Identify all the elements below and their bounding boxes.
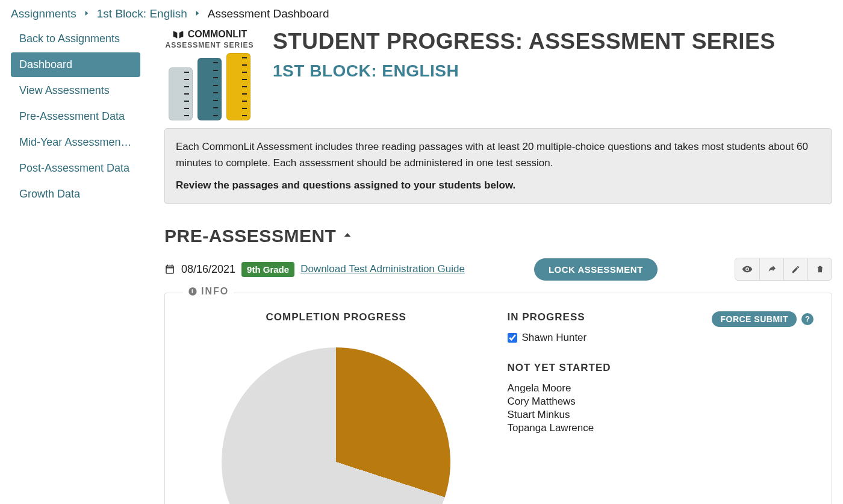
delete-button[interactable] [807,258,832,280]
svg-text:i: i [191,288,194,294]
info-callout: Each CommonLit Assessment includes three… [164,128,832,204]
completion-pie-chart [222,347,450,504]
sidebar-item-dashboard[interactable]: Dashboard [11,52,140,77]
preview-button[interactable] [735,258,759,280]
breadcrumb-link-class[interactable]: 1st Block: English [97,7,187,20]
sidebar-item-post-data[interactable]: Post-Assessment Data [11,156,140,181]
section-pre-assessment-header[interactable]: PRE-ASSESSMENT [164,226,832,246]
panel-legend-text: INFO [201,286,229,297]
pencil-icon [791,265,800,274]
chevron-right-icon [193,7,202,20]
page-title: STUDENT PROGRESS: ASSESSMENT SERIES [273,29,775,54]
list-item: Topanga Lawrence [508,422,814,434]
list-item: Stuart Minkus [508,409,814,421]
share-button[interactable] [759,258,783,280]
list-item: Cory Matthews [508,396,814,408]
download-guide-link[interactable]: Download Test Administration Guide [300,263,465,275]
chevron-right-icon [82,7,91,20]
logo-sub-text: ASSESSMENT SERIES [165,41,254,49]
breadcrumb: Assignments 1st Block: English Assessmen… [0,0,843,26]
sidebar-item-view-assessments[interactable]: View Assessments [11,78,140,103]
assessment-series-logo: COMMONLIT ASSESSMENT SERIES [164,29,255,116]
book-icon [172,30,184,39]
logo-brand-text: COMMONLIT [188,29,247,40]
grade-badge: 9th Grade [241,262,294,277]
student-name: Shawn Hunter [522,332,587,344]
sidebar-item-mid-data[interactable]: Mid-Year Assessment … [11,130,140,155]
share-icon [767,264,777,274]
edit-button[interactable] [783,258,807,280]
info-text-1: Each CommonLit Assessment includes three… [176,138,821,171]
completion-progress-column: COMPLETION PROGRESS [183,311,490,504]
trash-icon [816,264,824,274]
students-status-column: FORCE SUBMIT ? IN PROGRESS Shawn Hunter … [508,311,814,504]
sidebar-nav: Back to Assignments Dashboard View Asses… [11,26,140,504]
assessment-action-toolbar [735,258,832,281]
sidebar-item-pre-data[interactable]: Pre-Assessment Data [11,104,140,129]
panel-legend: i INFO [183,286,234,297]
assessment-date: 08/16/2021 [181,263,235,276]
eye-icon [742,264,753,275]
section-title-text: PRE-ASSESSMENT [164,226,336,246]
assessment-meta-row: 08/16/2021 9th Grade Download Test Admin… [164,258,832,281]
student-checkbox[interactable] [508,333,517,343]
not-yet-started-title: NOT YET STARTED [508,362,814,374]
main-content: COMMONLIT ASSESSMENT SERIES STUDENT PROG… [140,26,832,504]
breadcrumb-current: Assessment Dashboard [208,7,329,20]
force-submit-button[interactable]: FORCE SUBMIT [712,311,797,327]
completion-info-panel: i INFO COMPLETION PROGRESS FORCE SUBMIT … [164,293,832,504]
page-subtitle: 1ST BLOCK: ENGLISH [273,61,775,81]
info-icon: i [188,287,198,296]
sidebar-item-back[interactable]: Back to Assignments [11,26,140,51]
completion-progress-title: COMPLETION PROGRESS [183,311,490,323]
list-item: Angela Moore [508,382,814,394]
in-progress-student-row: Shawn Hunter [508,332,814,344]
sidebar-item-growth-data[interactable]: Growth Data [11,182,140,207]
lock-assessment-button[interactable]: LOCK ASSESSMENT [534,258,658,281]
chevron-up-icon [342,228,353,244]
help-icon[interactable]: ? [801,313,813,325]
breadcrumb-link-assignments[interactable]: Assignments [11,7,76,20]
not-yet-started-list: Angela Moore Cory Matthews Stuart Minkus… [508,382,814,434]
calendar-icon [164,264,175,275]
info-text-2: Review the passages and questions assign… [176,177,821,193]
